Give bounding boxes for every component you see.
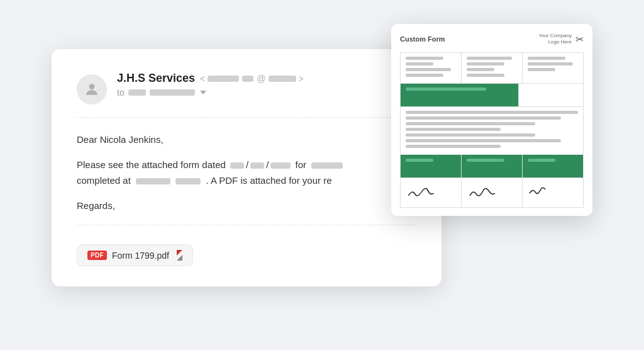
redacted-line (406, 139, 561, 142)
attachment[interactable]: PDF Form 1799.pdf (77, 244, 193, 266)
scene: J.H.S Services < @ > to (52, 24, 592, 326)
form-card: Custom Form Your Company Logo Here ✂ (391, 24, 592, 216)
form-card-header: Custom Form Your Company Logo Here ✂ (400, 33, 584, 46)
form-cell-sig-3 (523, 178, 583, 207)
signature-2 (467, 182, 517, 203)
pdf-badge: PDF (87, 251, 107, 260)
form-card-logo-area: Your Company Logo Here ✂ (538, 33, 584, 46)
redacted-line (467, 74, 504, 77)
form-row-signatures (400, 178, 584, 208)
redacted-line (406, 122, 535, 125)
form-green-header-2a (401, 155, 462, 178)
signature-svg-2 (467, 184, 498, 200)
form-row-1 (400, 52, 584, 84)
redacted-dot (242, 76, 253, 82)
email-meta: J.H.S Services < @ > to (117, 72, 416, 98)
redacted-line (467, 68, 494, 71)
email-card: J.H.S Services < @ > to (52, 49, 441, 286)
redacted-for-text (311, 162, 343, 169)
redacted-line (467, 159, 504, 162)
avatar (77, 74, 107, 104)
redacted-line (406, 57, 443, 60)
form-cell-green-empty (519, 84, 583, 106)
person-icon (84, 81, 100, 98)
redacted-date-m (250, 162, 264, 169)
chevron-down-icon[interactable] (200, 91, 206, 94)
email-from-line: J.H.S Services < @ > (117, 72, 416, 85)
email-to-line: to (117, 88, 416, 98)
redacted-line (406, 128, 501, 131)
form-cell-sig-1 (401, 178, 462, 207)
redacted-line (528, 57, 565, 60)
pdf-fold-icon (177, 255, 182, 261)
form-green-header-2c (523, 155, 583, 178)
redacted-line (406, 111, 578, 114)
signature-svg-3 (528, 184, 550, 197)
redacted-line (467, 62, 504, 65)
form-row-green-2 (400, 154, 584, 178)
form-card-title: Custom Form (400, 35, 445, 43)
form-row-green-1 (400, 83, 584, 107)
form-cell-1-2 (462, 53, 523, 83)
form-green-header-2b (462, 155, 523, 178)
signature-1 (404, 182, 458, 203)
redacted-line (406, 62, 433, 65)
sender-name: J.H.S Services (117, 72, 195, 85)
redacted-line (406, 133, 535, 137)
redacted-line (528, 159, 555, 162)
regards: Regards, (77, 198, 416, 214)
greeting: Dear Nicola Jenkins, (77, 132, 416, 148)
email-divider (77, 117, 416, 118)
redacted-location2 (175, 178, 201, 184)
redacted-date-d (230, 162, 244, 169)
redacted-to-2 (150, 89, 195, 96)
attachment-divider (77, 225, 416, 225)
redacted-line (406, 68, 451, 71)
email-address: < @ > (200, 74, 304, 84)
form-row-content (400, 106, 584, 155)
redacted-line (406, 74, 443, 77)
signature-3 (528, 182, 578, 200)
to-label: to (117, 88, 125, 98)
wrench-icon: ✂ (575, 33, 584, 45)
form-cell-1-3 (523, 53, 583, 83)
form-cell-sig-2 (462, 178, 523, 207)
redacted-line (467, 57, 512, 60)
redacted-date-y (270, 162, 291, 169)
redacted-email-domain (269, 76, 296, 82)
body-paragraph: Please see the attached form dated // fo… (77, 157, 416, 189)
form-logo-text: Your Company Logo Here (538, 33, 572, 46)
redacted-line (528, 68, 555, 71)
attachment-name: Form 1799.pdf (112, 251, 169, 261)
email-header: J.H.S Services < @ > to (77, 72, 416, 104)
redacted-line (528, 62, 573, 65)
signature-svg-1 (404, 184, 438, 200)
redacted-line (406, 116, 561, 120)
redacted-location1 (136, 178, 170, 184)
form-cell-content (401, 107, 583, 154)
svg-point-0 (89, 84, 95, 89)
email-body: Dear Nicola Jenkins, Please see the atta… (77, 132, 416, 213)
form-green-header-1 (401, 84, 519, 106)
redacted-line (406, 88, 486, 91)
redacted-email-user (208, 76, 239, 82)
redacted-line (406, 159, 433, 162)
redacted-to-1 (128, 89, 146, 96)
redacted-line (406, 145, 501, 148)
form-cell-1-1 (401, 53, 462, 83)
